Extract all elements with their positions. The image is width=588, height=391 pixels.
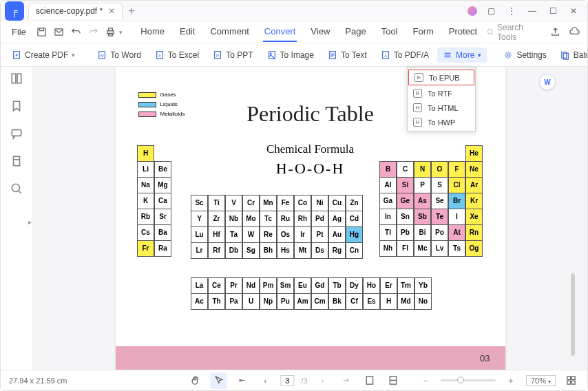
maximize-button[interactable]: ☐ — [543, 3, 563, 19]
search-panel-icon[interactable] — [10, 182, 23, 195]
svg-rect-28 — [567, 377, 570, 380]
save-icon[interactable] — [34, 24, 49, 41]
menu-tab-tool[interactable]: Tool — [380, 22, 399, 42]
to-hwp-item[interactable]: HTo HWP — [408, 115, 475, 129]
statusbar: 27.94 x 21.59 cm ⇤ ‹ /3 › ⇥ − + 70% ▾ — [1, 370, 587, 390]
print-dropdown-icon[interactable]: ▾ — [119, 29, 123, 36]
element-Mg: Mg — [154, 177, 171, 193]
element-Ge: Ge — [397, 193, 414, 209]
comments-icon[interactable] — [10, 127, 23, 140]
element-Ti: Ti — [208, 195, 225, 211]
minimize-button[interactable]: — — [523, 3, 542, 19]
element-Tm: Tm — [397, 277, 414, 294]
element-Np: Np — [260, 293, 277, 310]
prev-page-icon[interactable]: ‹ — [257, 372, 273, 389]
menu-tab-protect[interactable]: Protect — [448, 22, 479, 42]
zoom-in-icon[interactable]: + — [503, 372, 519, 389]
fit-page-icon[interactable] — [361, 372, 378, 389]
element-Rf: Rf — [208, 242, 225, 259]
print-icon[interactable] — [103, 24, 118, 41]
close-button[interactable]: ✕ — [564, 3, 583, 19]
element-Mo: Mo — [242, 211, 260, 227]
to-ppt-button[interactable]: PTo PPT — [207, 47, 258, 63]
menu-tab-comment[interactable]: Comment — [209, 22, 250, 42]
page-area[interactable]: Gases Liquids Metalloids Periodic Table … — [33, 67, 587, 370]
zoom-value[interactable]: 70% ▾ — [526, 375, 556, 386]
share-icon[interactable] — [548, 24, 562, 41]
to-html-item[interactable]: HTo HTML — [408, 101, 475, 115]
svg-rect-23 — [12, 129, 21, 136]
element-Cn: Cn — [346, 242, 363, 259]
tab-close-icon[interactable]: ✕ — [108, 6, 115, 16]
element-Sm: Sm — [277, 277, 294, 294]
menu-tabs: HomeEditCommentConvertViewPageToolFormPr… — [139, 22, 479, 42]
page-number: 03 — [116, 346, 505, 370]
zoom-slider[interactable] — [441, 379, 496, 381]
element-Zr: Zr — [208, 211, 225, 227]
to-image-button[interactable]: To Image — [262, 47, 319, 63]
element-Bk: Bk — [328, 293, 346, 310]
settings-button[interactable]: Settings — [498, 47, 552, 63]
search-tools[interactable]: Search Tools — [481, 21, 543, 43]
convert-ribbon: Create PDF▾ WTo Word XTo Excel PTo PPT T… — [1, 43, 587, 67]
fit-width-icon[interactable] — [385, 372, 401, 389]
next-page-icon[interactable]: › — [315, 372, 331, 389]
hand-tool-icon[interactable] — [187, 372, 203, 389]
to-epub-item[interactable]: ETo EPUB — [408, 70, 474, 85]
window-controls: ▢ ⋮ — ☐ ✕ — [468, 3, 587, 19]
create-pdf-button[interactable]: Create PDF▾ — [6, 47, 81, 63]
element-Ra: Ra — [154, 240, 171, 257]
ai-icon[interactable] — [468, 6, 477, 16]
mail-icon[interactable] — [52, 24, 66, 41]
svg-rect-4 — [109, 33, 113, 36]
svg-text:X: X — [158, 52, 161, 57]
view-mode-icon[interactable] — [563, 372, 579, 389]
thumbnails-icon[interactable] — [10, 72, 23, 85]
element-He: He — [465, 145, 483, 162]
element-Fe: Fe — [277, 195, 294, 211]
notification-icon[interactable]: ▢ — [481, 3, 501, 19]
to-word-button[interactable]: WTo Word — [92, 47, 146, 63]
element-Au: Au — [328, 226, 346, 243]
element-Pu: Pu — [277, 293, 294, 310]
menu-tab-convert[interactable]: Convert — [263, 22, 297, 42]
menu-tab-home[interactable]: Home — [139, 22, 166, 42]
attachments-icon[interactable] — [10, 155, 23, 167]
new-tab-button[interactable]: + — [128, 5, 134, 17]
element-Lr: Lr — [191, 242, 208, 259]
element-Ag: Ag — [328, 211, 346, 227]
element-Cd: Cd — [346, 211, 363, 227]
undo-icon[interactable] — [69, 24, 83, 41]
zoom-out-icon[interactable]: − — [417, 372, 434, 389]
element-Se: Se — [431, 193, 448, 209]
last-page-icon[interactable]: ⇥ — [338, 372, 355, 389]
first-page-icon[interactable]: ⇤ — [233, 372, 250, 389]
element-In: In — [379, 209, 397, 225]
element-Br: Br — [448, 193, 465, 209]
element-Ar: Ar — [465, 177, 483, 193]
page-input[interactable] — [280, 375, 294, 386]
menu-tab-form[interactable]: Form — [412, 22, 435, 42]
file-menu[interactable]: File — [6, 24, 32, 40]
element-Os: Os — [277, 226, 294, 243]
menu-tab-page[interactable]: Page — [344, 22, 367, 42]
to-text-button[interactable]: To Text — [322, 47, 372, 63]
to-pdfa-button[interactable]: ATo PDF/A — [375, 47, 434, 63]
bookmarks-icon[interactable] — [10, 100, 23, 112]
document-tab[interactable]: science-copy.pdf * ✕ — [28, 3, 123, 19]
kebab-menu-icon[interactable]: ⋮ — [502, 3, 521, 19]
redo-icon[interactable] — [86, 24, 101, 41]
word-badge[interactable]: W — [539, 74, 556, 90]
cloud-icon[interactable] — [568, 24, 582, 41]
menu-tab-edit[interactable]: Edit — [178, 22, 196, 42]
element-O: O — [431, 161, 448, 178]
element-Lu: Lu — [191, 226, 208, 243]
scrollbar[interactable] — [571, 273, 575, 356]
ribbon-overflow-icon[interactable]: › — [584, 51, 586, 59]
to-rtf-item[interactable]: RTo RTF — [408, 86, 475, 101]
menu-tab-view[interactable]: View — [309, 22, 331, 42]
more-button[interactable]: More▾ — [437, 47, 487, 63]
panel-expand-icon[interactable]: ▸ — [28, 218, 32, 226]
select-tool-icon[interactable] — [210, 372, 227, 389]
to-excel-button[interactable]: XTo Excel — [149, 47, 204, 63]
